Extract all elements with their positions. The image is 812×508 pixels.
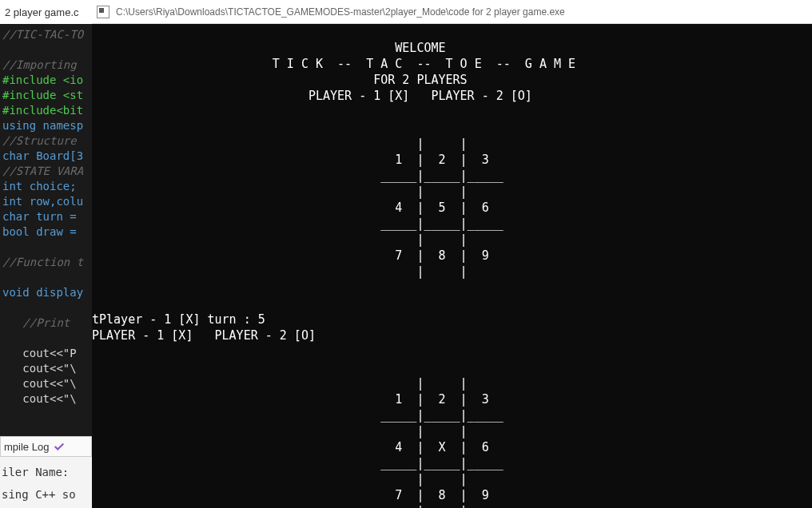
console-title-path: C:\Users\Riya\Downloads\TICTACTOE_GAMEMO… bbox=[116, 6, 565, 18]
console-window: C:\Users\Riya\Downloads\TICTACTOE_GAMEMO… bbox=[92, 0, 812, 508]
code-line: #include <io bbox=[2, 73, 90, 88]
compile-log-body: iler Name: sing C++ so bbox=[0, 457, 92, 508]
code-line bbox=[2, 300, 90, 316]
code-line bbox=[2, 331, 90, 346]
check-icon bbox=[54, 441, 65, 452]
code-editor-panel: 2 player game.c //TIC-TAC-TO //Importing… bbox=[0, 0, 92, 508]
code-line: //TIC-TAC-TO bbox=[2, 27, 90, 42]
console-output[interactable]: WELCOME T I C K -- T A C -- T O E -- G A… bbox=[92, 24, 812, 508]
editor-code-area[interactable]: //TIC-TAC-TO //Importing #include <io#in… bbox=[0, 24, 92, 410]
compile-log-panel: mpile Log iler Name: sing C++ so bbox=[0, 436, 92, 508]
compiler-using-line: sing C++ so bbox=[2, 486, 90, 503]
code-line: //Print bbox=[2, 316, 90, 331]
code-line bbox=[2, 270, 90, 285]
code-line: int choice; bbox=[2, 179, 90, 194]
editor-tab[interactable]: 2 player game.c bbox=[0, 0, 92, 24]
code-line: cout<<"\ bbox=[2, 376, 90, 391]
code-line: //Structure bbox=[2, 133, 90, 149]
code-line: cout<<"\ bbox=[2, 361, 90, 376]
code-line: //STATE VARA bbox=[2, 164, 90, 179]
code-line: //Importing bbox=[2, 58, 90, 73]
code-line: #include<bit bbox=[2, 103, 90, 118]
code-line: cout<<"\ bbox=[2, 391, 90, 407]
code-line: char turn = bbox=[2, 209, 90, 224]
code-line bbox=[2, 240, 90, 255]
code-line: int row,colu bbox=[2, 194, 90, 209]
editor-tab-label: 2 player game.c bbox=[5, 6, 79, 18]
compiler-name-line: iler Name: bbox=[2, 463, 90, 481]
compile-log-tab[interactable]: mpile Log bbox=[0, 436, 92, 457]
code-line: char Board[3 bbox=[2, 149, 90, 164]
app-icon bbox=[97, 6, 109, 18]
console-titlebar[interactable]: C:\Users\Riya\Downloads\TICTACTOE_GAMEMO… bbox=[92, 0, 812, 24]
code-line: #include <st bbox=[2, 88, 90, 103]
code-line bbox=[2, 42, 90, 58]
code-line: //Function t bbox=[2, 255, 90, 270]
code-line: using namesp bbox=[2, 118, 90, 133]
code-line: void display bbox=[2, 285, 90, 300]
compile-log-label: mpile Log bbox=[4, 441, 49, 453]
code-line: bool draw = bbox=[2, 224, 90, 240]
code-line: cout<<"P bbox=[2, 346, 90, 361]
